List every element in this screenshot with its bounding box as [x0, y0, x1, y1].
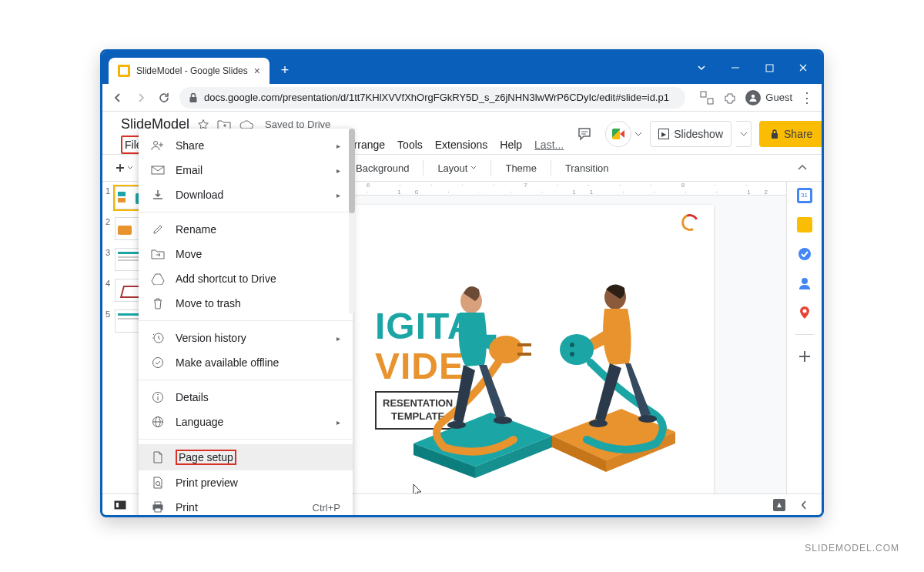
submenu-arrow-icon: ▸: [336, 142, 340, 150]
add-addon-icon[interactable]: [797, 349, 812, 364]
svg-point-24: [560, 334, 594, 365]
guest-profile[interactable]: Guest: [745, 90, 792, 105]
transition-button[interactable]: Transition: [559, 159, 615, 177]
contacts-icon[interactable]: [797, 276, 812, 291]
toolbar-separator: [551, 160, 551, 176]
menu-item-details[interactable]: Details: [139, 385, 353, 410]
new-slide-button[interactable]: [110, 159, 138, 176]
explore-icon[interactable]: [771, 497, 788, 513]
share-button[interactable]: Share: [759, 121, 823, 147]
globe-icon: [151, 415, 165, 429]
calendar-icon[interactable]: 31: [797, 188, 812, 203]
menu-item-language[interactable]: Language ▸: [139, 410, 353, 434]
reload-icon[interactable]: [156, 90, 172, 105]
menu-item-add-shortcut[interactable]: Add shortcut to Drive: [139, 266, 353, 291]
menu-help[interactable]: Help: [500, 135, 522, 154]
comments-icon[interactable]: [571, 121, 598, 147]
svg-point-28: [802, 278, 808, 284]
page-setup-icon: [151, 450, 165, 464]
menu-tools[interactable]: Tools: [397, 135, 423, 154]
menu-item-print-preview[interactable]: Print preview: [139, 470, 353, 495]
meet-icon[interactable]: [605, 121, 631, 147]
drive-shortcut-icon: [151, 272, 165, 286]
window-close-icon[interactable]: [786, 52, 820, 84]
hide-sidepanel-icon[interactable]: [795, 497, 812, 513]
meet-dropdown-icon[interactable]: [634, 132, 642, 136]
menu-item-move[interactable]: Move: [139, 242, 353, 266]
filmstrip-view-icon[interactable]: [112, 497, 129, 513]
theme-button[interactable]: Theme: [499, 159, 542, 177]
tab-title: SlideModel - Google Slides: [136, 65, 248, 76]
tasks-icon[interactable]: [797, 246, 812, 262]
chrome-titlebar: SlideModel - Google Slides × +: [102, 52, 822, 84]
menu-item-email[interactable]: Email ▸: [139, 158, 353, 182]
svg-rect-2: [190, 97, 197, 102]
window-dropdown-icon[interactable]: [685, 52, 718, 84]
svg-point-5: [752, 94, 755, 97]
slideshow-button[interactable]: ▶ Slideshow: [650, 121, 732, 147]
email-icon: [151, 163, 165, 177]
submenu-arrow-icon: ▸: [336, 166, 340, 175]
url-field[interactable]: docs.google.com/presentation/d/1tt7KHlXV…: [179, 87, 685, 109]
page-setup-label-highlighted: Page setup: [176, 450, 236, 465]
window-maximize-icon[interactable]: [752, 52, 786, 84]
menu-extensions[interactable]: Extensions: [435, 135, 487, 154]
forward-icon[interactable]: [133, 90, 149, 105]
new-tab-button[interactable]: +: [274, 59, 296, 81]
logo-decoration-icon: [681, 214, 698, 231]
svg-rect-1: [766, 65, 773, 72]
menu-separator: [139, 212, 353, 212]
svg-rect-46: [155, 502, 161, 505]
share-label: Share: [784, 128, 812, 140]
svg-line-45: [159, 485, 161, 487]
menu-item-trash[interactable]: Move to trash: [139, 291, 353, 316]
svg-rect-18: [517, 343, 531, 346]
file-menu-dropdown: Share ▸ Email ▸ Download ▸ Rename Move A…: [139, 129, 353, 517]
print-icon: [151, 500, 165, 514]
submenu-arrow-icon: ▸: [336, 334, 340, 343]
lock-share-icon: [770, 129, 779, 139]
layout-button[interactable]: Layout: [431, 159, 483, 177]
tab-close-icon[interactable]: ×: [254, 65, 260, 77]
svg-rect-50: [116, 503, 119, 507]
menu-item-download[interactable]: Download ▸: [139, 182, 353, 207]
svg-point-22: [589, 420, 608, 427]
chrome-menu-icon[interactable]: ⋮: [800, 89, 814, 106]
menu-item-share[interactable]: Share ▸: [139, 133, 353, 158]
maps-icon[interactable]: [797, 305, 812, 320]
background-button[interactable]: Background: [350, 159, 415, 177]
slideshow-dropdown[interactable]: [736, 121, 752, 147]
url-text: docs.google.com/presentation/d/1tt7KHlXV…: [204, 92, 669, 103]
menu-item-print[interactable]: Print Ctrl+P: [139, 495, 353, 517]
svg-point-15: [447, 421, 466, 429]
folder-move-icon: [151, 247, 165, 261]
menu-item-rename[interactable]: Rename: [139, 217, 353, 242]
svg-point-23: [638, 415, 657, 423]
svg-point-37: [153, 358, 163, 368]
download-icon: [151, 188, 165, 202]
menu-item-version-history[interactable]: Version history ▸: [139, 326, 353, 350]
person-icon: [745, 90, 761, 105]
window-minimize-icon[interactable]: [718, 52, 752, 84]
keep-icon[interactable]: [797, 217, 812, 232]
rail-separator: [795, 334, 814, 335]
browser-window: SlideModel - Google Slides × + docs.goog…: [100, 49, 824, 517]
menu-separator: [139, 380, 353, 380]
submenu-arrow-icon: ▸: [336, 191, 340, 199]
svg-point-25: [570, 343, 574, 347]
collapse-toolbar-icon[interactable]: [791, 164, 814, 172]
translate-icon[interactable]: [699, 90, 715, 105]
svg-point-29: [802, 309, 806, 313]
extensions-icon[interactable]: [722, 90, 738, 105]
menu-item-offline[interactable]: Make available offline: [139, 350, 353, 375]
menu-item-page-setup[interactable]: Page setup: [139, 444, 353, 470]
history-icon: [151, 331, 165, 345]
svg-point-40: [157, 394, 159, 396]
back-icon[interactable]: [110, 90, 126, 105]
info-icon: [151, 390, 165, 404]
browser-tab[interactable]: SlideModel - Google Slides ×: [109, 58, 270, 84]
slide-illustration: [398, 259, 683, 490]
svg-point-27: [798, 248, 811, 260]
menu-last-edit[interactable]: Last...: [534, 135, 564, 154]
svg-rect-4: [708, 99, 713, 104]
